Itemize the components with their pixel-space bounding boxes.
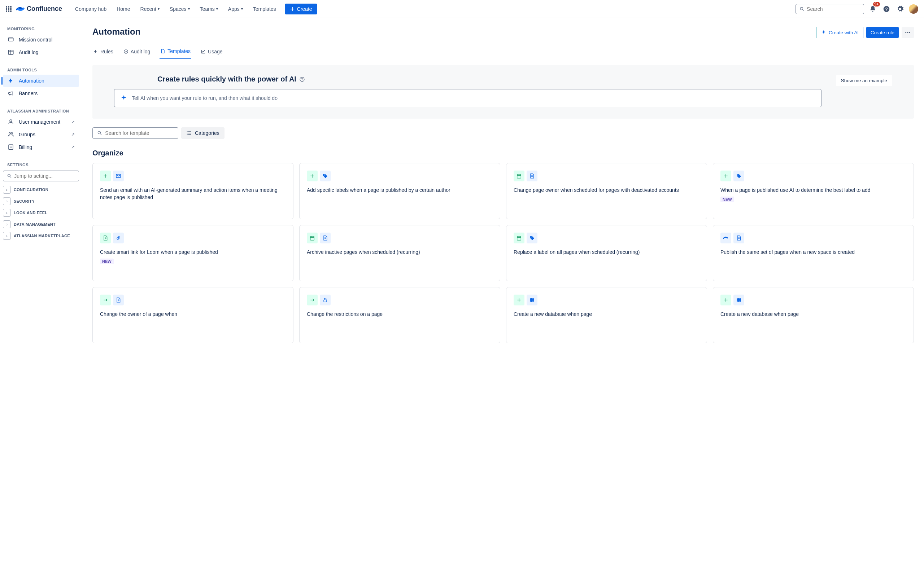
card-title: Change the restrictions on a page: [307, 311, 493, 318]
card-title: Create a new database when page: [514, 311, 700, 318]
settings-button[interactable]: [895, 4, 905, 14]
jump-input[interactable]: [14, 173, 75, 179]
settings-look-and-feel[interactable]: › LOOK AND FEEL: [3, 207, 79, 218]
svg-point-30: [187, 134, 188, 135]
template-card[interactable]: Replace a label on all pages when schedu…: [506, 225, 707, 281]
calendar-icon: [307, 233, 318, 243]
tab-audit-log[interactable]: Audit log: [123, 46, 151, 59]
sidebar-item-mission-control[interactable]: Mission control: [3, 33, 79, 46]
external-link-icon: ↗: [71, 145, 75, 150]
bolt-icon: [93, 49, 98, 54]
sidebar-item-groups[interactable]: Groups ↗: [3, 128, 79, 141]
tabs: Rules Audit log Templates Usage: [92, 46, 914, 59]
ai-input[interactable]: Tell AI when you want your rule to run, …: [114, 89, 822, 107]
mission-control-icon: [7, 36, 15, 43]
nav-teams[interactable]: Teams▾: [196, 4, 222, 14]
card-title: Archive inactive pages when scheduled (r…: [307, 248, 493, 256]
database-icon: [526, 294, 538, 306]
create-with-ai-button[interactable]: Create with AI: [816, 27, 863, 38]
template-card[interactable]: Change page owner when scheduled for pag…: [506, 163, 707, 219]
sidebar-item-billing[interactable]: Billing ↗: [3, 141, 79, 153]
chevron-right-icon: ›: [3, 186, 11, 194]
search-icon: [97, 130, 102, 136]
help-icon: ?: [883, 5, 890, 13]
section-monitoring: MONITORING: [3, 24, 79, 33]
svg-rect-4: [8, 38, 13, 41]
sidebar-item-banners[interactable]: Banners: [3, 87, 79, 100]
plus-icon: [290, 7, 295, 12]
settings-configuration[interactable]: › CONFIGURATION: [3, 184, 79, 195]
card-icons: [100, 233, 286, 243]
template-card[interactable]: Create a new database when page: [713, 287, 914, 343]
confluence-logo[interactable]: Confluence: [16, 5, 62, 13]
svg-point-19: [909, 32, 910, 33]
card-icons: [720, 294, 906, 306]
template-card[interactable]: Create a new database when page: [506, 287, 707, 343]
svg-point-23: [98, 131, 100, 134]
chevron-down-icon: ▾: [241, 7, 243, 11]
template-card[interactable]: Add specific labels when a page is publi…: [299, 163, 500, 219]
create-button[interactable]: Create: [285, 3, 317, 15]
new-pill: NEW: [100, 258, 114, 264]
svg-rect-46: [517, 236, 521, 240]
tab-templates[interactable]: Templates: [160, 46, 191, 59]
chevron-down-icon: ▾: [188, 7, 190, 11]
nav-spaces[interactable]: Spaces▾: [165, 4, 194, 14]
create-rule-button[interactable]: Create rule: [866, 27, 899, 38]
sidebar-item-user-management[interactable]: User management ↗: [3, 116, 79, 128]
template-card[interactable]: Publish the same set of pages when a new…: [713, 225, 914, 281]
page-icon: [160, 49, 165, 54]
show-example-button[interactable]: Show me an example: [836, 75, 892, 86]
tab-usage[interactable]: Usage: [200, 46, 223, 59]
nav-recent[interactable]: Recent▾: [136, 4, 164, 14]
calendar-icon: [514, 171, 525, 181]
more-actions-button[interactable]: [902, 27, 914, 38]
sidebar-item-automation[interactable]: Automation: [3, 75, 79, 87]
plus-icon: [514, 294, 525, 306]
card-icons: [100, 294, 286, 306]
settings-security[interactable]: › SECURITY: [3, 196, 79, 207]
nav-company-hub[interactable]: Company hub: [71, 4, 111, 14]
nav-templates[interactable]: Templates: [249, 4, 280, 14]
global-search[interactable]: [795, 4, 864, 14]
section-settings: SETTINGS: [3, 160, 79, 169]
template-card[interactable]: When a page is published use AI to deter…: [713, 163, 914, 219]
settings-data-management[interactable]: › DATA MANAGEMENT: [3, 219, 79, 230]
main-content: Automation Create with AI Create rule Ru…: [82, 18, 924, 582]
card-icons: [307, 233, 493, 243]
sidebar-item-audit-log[interactable]: Audit log: [3, 46, 79, 58]
template-search[interactable]: [92, 127, 178, 139]
info-icon[interactable]: ?: [299, 76, 305, 82]
bolt-icon: [7, 77, 15, 84]
global-search-input[interactable]: [807, 6, 860, 12]
nav-apps[interactable]: Apps▾: [224, 4, 247, 14]
notifications-button[interactable]: 9+: [868, 4, 878, 14]
template-search-input[interactable]: [105, 130, 173, 136]
help-button[interactable]: ?: [881, 4, 891, 14]
categories-button[interactable]: Categories: [181, 127, 224, 139]
template-card[interactable]: Change the restrictions on a page: [299, 287, 500, 343]
template-card[interactable]: Send an email with an AI-generated summa…: [92, 163, 294, 219]
card-title: Create a new database when page: [720, 311, 906, 318]
page-icon: [100, 233, 111, 243]
svg-point-18: [908, 32, 909, 33]
jump-to-setting[interactable]: [3, 171, 79, 181]
confluence-icon: [720, 233, 731, 243]
link-icon: [113, 233, 124, 243]
template-card[interactable]: Change the owner of a page when: [92, 287, 294, 343]
card-icons: [514, 294, 700, 306]
template-card[interactable]: Create smart link for Loom when a page i…: [92, 225, 294, 281]
user-avatar[interactable]: [909, 4, 918, 14]
chevron-down-icon: ▾: [216, 7, 218, 11]
template-card[interactable]: Archive inactive pages when scheduled (r…: [299, 225, 500, 281]
ai-banner-title: Create rules quickly with the power of A…: [157, 75, 822, 83]
nav-home[interactable]: Home: [112, 4, 134, 14]
svg-point-11: [11, 133, 13, 135]
app-switcher-icon[interactable]: [6, 6, 12, 12]
settings-atlassian-marketplace[interactable]: › ATLASSIAN MARKETPLACE: [3, 230, 79, 241]
chevron-right-icon: ›: [3, 197, 11, 205]
confluence-icon: [16, 5, 25, 13]
card-title: Replace a label on all pages when schedu…: [514, 248, 700, 256]
tab-rules[interactable]: Rules: [92, 46, 114, 59]
ai-banner: Create rules quickly with the power of A…: [92, 65, 914, 118]
